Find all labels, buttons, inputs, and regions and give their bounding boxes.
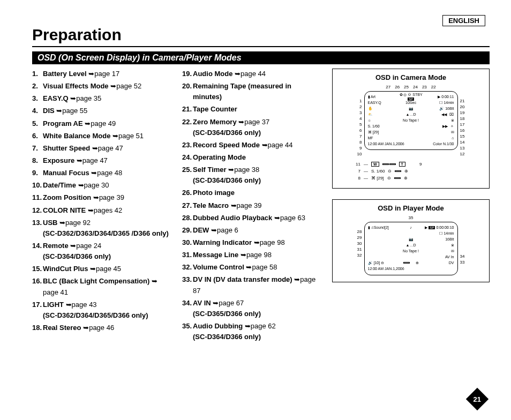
callout-2: 2 [357, 104, 362, 110]
osd-item: 11.Zoom Position ➥page 39 [32, 192, 171, 203]
osd-item: 25.Self Timer ➥page 38(SC-D364/D366 only… [182, 164, 321, 186]
callout-21: 21 [460, 99, 465, 104]
callout-27: 27 [386, 85, 390, 91]
callout-13: 13 [460, 146, 465, 152]
osd-item: 6.White Balance Mode ➥page 51 [32, 131, 171, 141]
callout-26: 26 [395, 85, 400, 91]
callout-33: 33 [460, 260, 465, 266]
callout-28: 28 [357, 229, 362, 235]
osd-item: 18.Real Stereo ➥page 46 [32, 322, 171, 333]
player-avin: AV In [425, 255, 454, 259]
osd-item: 28.Dubbed Audio Playback ➥page 63 [182, 213, 321, 223]
osd-item: 34.AV IN ➥page 67(SC-D365/D366 only) [182, 298, 321, 319]
callout-17: 17 [460, 122, 465, 128]
player-remain: 14min [444, 231, 454, 235]
osd-item: 10.Date/Time ➥page 30 [32, 180, 171, 191]
camera-easyq: EASY.Q [368, 101, 397, 104]
callout-25: 25 [404, 85, 409, 91]
player-vol: [10] [373, 261, 380, 265]
osd-item: 23.Record Speed Mode ➥page 44 [182, 140, 321, 151]
callout-19: 19 [460, 110, 465, 116]
callout-8: 8 [357, 140, 362, 146]
callout-5: 5 [357, 122, 362, 128]
callout-31: 31 [357, 247, 362, 253]
camera-right-callouts: 21201918171615141312 [460, 91, 465, 158]
osd-item: 8.Exposure ➥page 47 [32, 155, 171, 166]
page-number-badge: 21 [469, 391, 485, 407]
callout-7: 7 [353, 169, 360, 174]
player-datetime: 12:00 AM JAN.1,2006 [368, 267, 432, 271]
callout-24: 24 [413, 85, 418, 91]
page-title: Preparation [32, 26, 490, 47]
camera-mf: MF [368, 136, 397, 140]
osd-item: 12.COLOR NITE ➥pages 42 [32, 205, 171, 216]
callout-18: 18 [460, 116, 465, 122]
sub-shutter: S. 1/60 [371, 169, 385, 174]
page-number: 21 [474, 395, 481, 403]
content-row: 1.Battery Level ➥page 172.Visual Effects… [32, 69, 490, 344]
camera-screen: ▮ Art✿ ◎ ⏲ STBY SP▶ 0:00:11 EASY.Q10Sec☐… [364, 91, 458, 150]
osd-item: 30.Warning Indicator ➥page 98 [182, 237, 321, 248]
osd-item: 15.WindCut Plus ➥page 45 [32, 264, 171, 274]
osd-item: 14.Remote ➥page 24(SC-D364/D366 only) [32, 241, 171, 262]
camera-counter: 0:00:11 [441, 95, 454, 99]
language-box: ENGLISH [442, 15, 485, 26]
callout-10: 10 [357, 152, 362, 158]
osd-item: 9.Manual Focus ➥page 48 [32, 168, 171, 178]
diagram-camera-mode: OSD in Camera Mode 272625242322 12345678… [332, 69, 490, 189]
player-sp: SP [429, 226, 435, 229]
callout-11: 11 [353, 162, 360, 167]
osd-list-col1: 1.Battery Level ➥page 172.Visual Effects… [32, 69, 171, 344]
callout-7: 7 [357, 134, 362, 140]
diagram-player-title: OSD in Player Mode [337, 204, 485, 212]
callout-20: 20 [460, 104, 465, 110]
callout-30: 30 [357, 241, 362, 247]
callout-4: 4 [357, 116, 362, 122]
camera-notape: No Tape ! [397, 118, 425, 122]
player-screen: ▮ ♫Sound[2]♪▶ SP 0:00:00:10 ☐ 14min 📷16B… [364, 222, 458, 275]
callout-34: 34 [460, 254, 465, 260]
osd-item: 35.Audio Dubbing ➥page 62(SC-D364/D366 o… [182, 321, 321, 342]
osd-list-col2: 19.Audio Mode ➥page 4420.Remaining Tape … [182, 69, 321, 344]
diagram-player-mode: OSD in Player Mode 35 2829303132 ▮ ♫Soun… [332, 199, 490, 282]
callout-23: 23 [422, 85, 427, 91]
callout-22: 22 [431, 85, 436, 91]
osd-item: 19.Audio Mode ➥page 44 [182, 69, 321, 79]
callout-9: 9 [419, 162, 422, 167]
camera-shutter: S. 1/60 [368, 124, 397, 128]
osd-item: 5.Program AE ➥page 49 [32, 118, 171, 129]
sub-exp: [29] [377, 176, 384, 181]
camera-art: Art [371, 95, 375, 99]
callout-16: 16 [460, 128, 465, 134]
osd-item: 26.Photo image [182, 188, 321, 198]
callout-1: 1 [357, 99, 362, 104]
callout-29: 29 [357, 235, 362, 241]
osd-item: 29.DEW ➥page 6 [182, 225, 321, 236]
player-notape: No Tape ! [397, 249, 425, 253]
callout-8: 8 [353, 176, 360, 181]
camera-colornite: Color N.1/30 [425, 142, 454, 146]
osd-item: 17.LIGHT ➥page 43(SC-D362/D364/D365/D366… [32, 299, 171, 321]
player-sound: Sound[2] [374, 226, 389, 229]
osd-item: 2.Visual Effects Mode ➥page 52 [32, 81, 171, 92]
camera-stby: STBY [412, 93, 422, 96]
camera-audio: 16BIt [445, 107, 454, 110]
player-counter: 0:00:00:10 [436, 226, 454, 229]
camera-datetime: 12:00 AM JAN.1,2006 [368, 142, 422, 146]
osd-item: 1.Battery Level ➥page 17 [32, 69, 171, 79]
osd-item: 7.Shutter Speed ➥page 47 [32, 143, 171, 154]
callout-9: 9 [357, 146, 362, 152]
osd-item: 24.Operating Mode [182, 152, 321, 163]
camera-dew: …D [409, 112, 416, 116]
player-dew: …D [409, 243, 416, 247]
osd-item: 32.Volume Control ➥page 58 [182, 262, 321, 273]
osd-item: 22.Zero Memory ➥page 37(SC-D364/D366 onl… [182, 117, 321, 138]
callout-15: 15 [460, 134, 465, 140]
camera-timer: 10Sec [397, 101, 425, 104]
camera-remain: 14min [444, 101, 454, 104]
osd-item: 21.Tape Counter [182, 104, 321, 115]
player-audio: 16BIt [425, 237, 454, 241]
osd-item: 3.EASY.Q ➥page 35 [32, 93, 171, 104]
osd-item: 20.Remaining Tape (measured in minutes) [182, 81, 321, 102]
camera-sub-callouts: 11—WT9 7—S. 1/60⊖⊕ 8—⌘ [29]⊖⊕ [337, 161, 485, 182]
